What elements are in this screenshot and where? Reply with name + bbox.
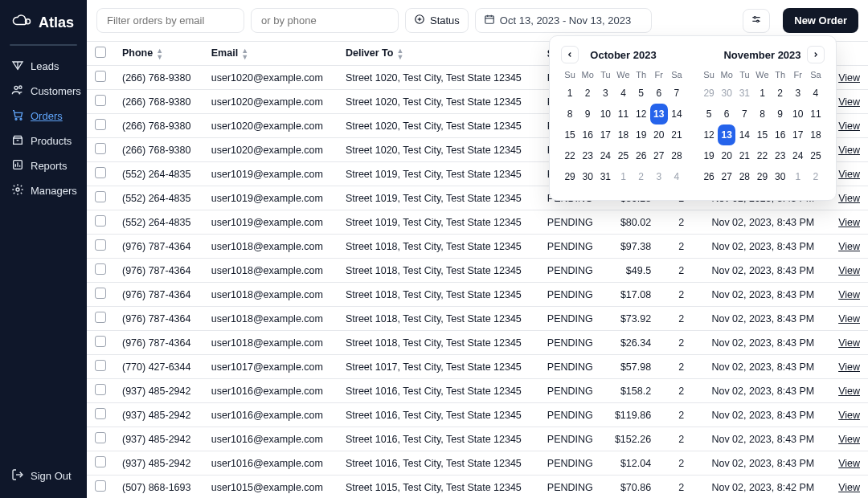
row-checkbox[interactable] (95, 384, 106, 395)
calendar-day[interactable]: 9 (772, 104, 789, 124)
calendar-day[interactable]: 1 (561, 83, 579, 104)
calendar-day[interactable]: 14 (735, 124, 753, 145)
calendar-day[interactable]: 4 (614, 83, 632, 104)
calendar-day[interactable]: 20 (718, 145, 735, 166)
view-link[interactable]: View (838, 289, 860, 300)
calendar-day[interactable]: 22 (561, 145, 579, 166)
view-link[interactable]: View (838, 145, 860, 156)
view-link[interactable]: View (838, 337, 860, 349)
filter-phone-field[interactable] (260, 14, 390, 27)
view-link[interactable]: View (838, 386, 860, 397)
row-checkbox[interactable] (95, 288, 106, 299)
calendar-day[interactable]: 31 (596, 166, 614, 187)
calendar-day[interactable]: 1 (789, 166, 807, 187)
calendar-day[interactable]: 6 (650, 83, 668, 104)
calendar-day[interactable]: 28 (735, 166, 753, 187)
sidebar-item-customers[interactable]: Customers (6, 79, 80, 104)
calendar-day[interactable]: 3 (596, 83, 614, 104)
view-link[interactable]: View (838, 193, 860, 204)
column-header[interactable]: Email▲▼ (203, 42, 338, 66)
calendar-day[interactable]: 10 (789, 104, 807, 124)
view-link[interactable]: View (838, 458, 860, 469)
calendar-day[interactable]: 19 (633, 124, 650, 145)
view-link[interactable]: View (838, 313, 860, 325)
calendar-day[interactable]: 21 (668, 124, 686, 145)
calendar-day[interactable]: 27 (718, 166, 735, 187)
calendar-day[interactable]: 3 (789, 83, 807, 104)
view-link[interactable]: View (838, 361, 860, 373)
row-checkbox[interactable] (95, 215, 106, 227)
calendar-day[interactable]: 28 (668, 145, 686, 166)
sidebar-item-reports[interactable]: Reports (6, 153, 80, 178)
calendar-day[interactable]: 11 (807, 104, 825, 124)
calendar-day[interactable]: 23 (772, 145, 789, 166)
row-checkbox[interactable] (95, 95, 106, 106)
calendar-day[interactable]: 12 (700, 124, 718, 145)
row-checkbox[interactable] (95, 456, 106, 467)
view-link[interactable]: View (838, 217, 860, 228)
view-link[interactable]: View (838, 72, 860, 84)
select-all-checkbox[interactable] (95, 47, 106, 58)
calendar-day[interactable]: 17 (596, 124, 614, 145)
row-checkbox[interactable] (95, 263, 106, 275)
calendar-day[interactable]: 24 (596, 145, 614, 166)
calendar-day[interactable]: 25 (614, 145, 632, 166)
calendar-day[interactable]: 16 (772, 124, 789, 145)
calendar-day[interactable]: 17 (789, 124, 807, 145)
calendar-day[interactable]: 13 (718, 124, 735, 145)
calendar-day[interactable]: 4 (668, 166, 686, 187)
calendar-day[interactable]: 23 (579, 145, 596, 166)
row-checkbox[interactable] (95, 312, 106, 323)
sidebar-item-leads[interactable]: Leads (6, 54, 80, 79)
calendar-day[interactable]: 18 (807, 124, 825, 145)
calendar-day[interactable]: 2 (579, 83, 596, 104)
row-checkbox[interactable] (95, 336, 106, 347)
calendar-day[interactable]: 15 (561, 124, 579, 145)
calendar-day[interactable]: 8 (561, 104, 579, 124)
view-link[interactable]: View (838, 169, 860, 180)
new-order-button[interactable]: New Order (783, 8, 858, 33)
row-checkbox[interactable] (95, 191, 106, 202)
row-checkbox[interactable] (95, 71, 106, 82)
calendar-day[interactable]: 1 (614, 166, 632, 187)
calendar-day[interactable]: 24 (789, 145, 807, 166)
calendar-day[interactable]: 25 (807, 145, 825, 166)
calendar-day[interactable]: 18 (614, 124, 632, 145)
column-header[interactable]: Deliver To▲▼ (338, 42, 539, 66)
calendar-day[interactable]: 12 (633, 104, 650, 124)
calendar-day[interactable]: 3 (650, 166, 668, 187)
calendar-day[interactable]: 26 (700, 166, 718, 187)
calendar-day[interactable]: 20 (650, 124, 668, 145)
column-header[interactable]: Phone▲▼ (114, 42, 203, 66)
calendar-day[interactable]: 19 (700, 145, 718, 166)
calendar-day[interactable]: 11 (614, 104, 632, 124)
calendar-day[interactable]: 5 (633, 83, 650, 104)
view-link[interactable]: View (838, 482, 860, 493)
view-link[interactable]: View (838, 96, 860, 108)
calendar-next[interactable] (807, 46, 825, 63)
calendar-day[interactable]: 2 (807, 166, 825, 187)
view-link[interactable]: View (838, 241, 860, 252)
calendar-day[interactable]: 4 (807, 83, 825, 104)
row-checkbox[interactable] (95, 119, 106, 130)
calendar-prev[interactable] (561, 46, 579, 63)
calendar-day[interactable]: 31 (735, 83, 753, 104)
calendar-day[interactable]: 9 (579, 104, 596, 124)
calendar-day[interactable]: 2 (633, 166, 650, 187)
calendar-day[interactable]: 5 (700, 104, 718, 124)
filter-email-field[interactable] (105, 14, 235, 27)
calendar-day[interactable]: 10 (596, 104, 614, 124)
calendar-day[interactable]: 30 (772, 166, 789, 187)
calendar-day[interactable]: 6 (718, 104, 735, 124)
row-checkbox[interactable] (95, 167, 106, 178)
row-checkbox[interactable] (95, 408, 106, 419)
calendar-day[interactable]: 7 (735, 104, 753, 124)
calendar-day[interactable]: 29 (700, 83, 718, 104)
sidebar-item-products[interactable]: Products (6, 129, 80, 153)
calendar-day[interactable]: 29 (753, 166, 771, 187)
calendar-day[interactable]: 15 (753, 124, 771, 145)
view-link[interactable]: View (838, 120, 860, 132)
view-link[interactable]: View (838, 265, 860, 276)
view-link[interactable]: View (838, 434, 860, 445)
calendar-day[interactable]: 14 (668, 104, 686, 124)
